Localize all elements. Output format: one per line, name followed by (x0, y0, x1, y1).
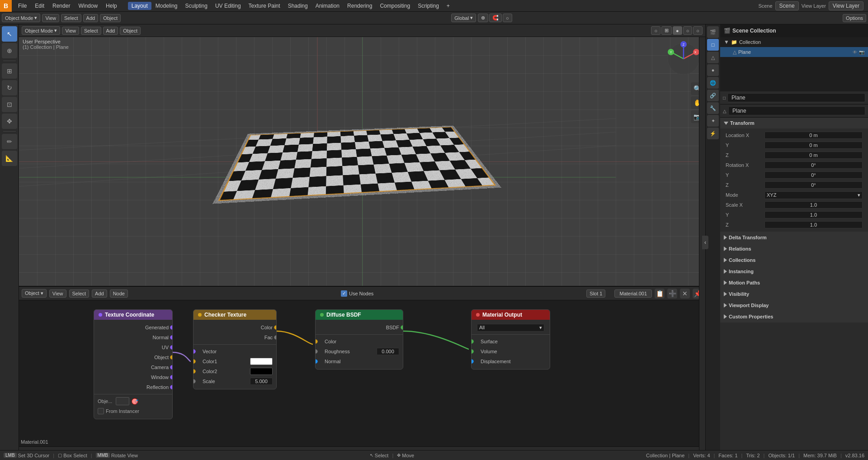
tab-sculpting[interactable]: Sculpting (182, 2, 211, 10)
menu-window[interactable]: Window (75, 2, 101, 10)
rotation-mode-dropdown[interactable]: XYZ ▾ (764, 191, 863, 199)
roughness-value[interactable]: 0.000 (377, 348, 399, 355)
props-tab-scene[interactable]: 🎬 (707, 26, 719, 38)
rotation-z-value[interactable]: 0° (764, 181, 863, 189)
socket-window[interactable] (170, 375, 173, 379)
viewport-object-btn[interactable]: Object (120, 27, 141, 35)
scene-selector[interactable]: Scene (775, 1, 799, 10)
eyedropper-icon[interactable]: 🎯 (131, 398, 138, 405)
viewport-add-btn[interactable]: Add (103, 27, 118, 35)
material-output-target[interactable]: All ▾ (477, 324, 544, 332)
outliner-row-plane[interactable]: △ Plane 👁 📷 (720, 47, 868, 57)
xray-btn[interactable]: ⊞ (661, 26, 672, 35)
use-nodes-toggle[interactable]: ✓ Use Nodes (341, 290, 373, 297)
socket-db-roughness[interactable] (315, 349, 318, 354)
instancing-header[interactable]: Instancing (720, 266, 868, 277)
scale-value[interactable]: 5.000 (250, 378, 273, 385)
viewport-nav-gizmo[interactable]: X Y Z (665, 41, 702, 77)
socket-ct-color-out[interactable] (274, 325, 277, 330)
3d-viewport[interactable]: User Perspective (1) Collection | Plane … (19, 37, 705, 286)
socket-db-bsdf-out[interactable] (401, 325, 403, 330)
props-tab-physics[interactable]: ⚡ (707, 128, 719, 139)
node-add-btn[interactable]: Add (92, 289, 107, 298)
transform-header[interactable]: Transform (720, 118, 868, 128)
material-new-btn[interactable]: ➕ (667, 289, 677, 299)
rotation-y-value[interactable]: 0° (764, 171, 863, 179)
socket-mo-displacement[interactable] (471, 359, 474, 364)
mesh-name-field[interactable] (728, 106, 865, 115)
props-tab-object[interactable]: □ (707, 39, 719, 51)
socket-reflection[interactable] (170, 385, 173, 389)
object-field[interactable] (116, 397, 129, 405)
transform-tool[interactable]: ✥ (2, 114, 17, 129)
material-delete-btn[interactable]: ✕ (680, 289, 690, 299)
node-node-btn[interactable]: Node (110, 289, 128, 298)
props-tab-material[interactable]: ● (707, 64, 719, 76)
viewport-select-btn[interactable]: Select (81, 27, 101, 35)
plane-eye-icon[interactable]: 👁 (853, 50, 857, 55)
tab-scripting[interactable]: Scripting (414, 2, 443, 10)
scale-y-value[interactable]: 1.0 (764, 211, 863, 218)
object-mode-dropdown[interactable]: Object Mode ▾ (2, 14, 40, 22)
socket-db-normal[interactable] (315, 359, 318, 364)
socket-uv[interactable] (170, 345, 173, 350)
annotate-tool[interactable]: ✏ (2, 134, 17, 149)
scale-x-value[interactable]: 1.0 (764, 201, 863, 209)
delta-transform-header[interactable]: Delta Transform (720, 232, 868, 243)
material-browse-btn[interactable]: 📋 (655, 289, 665, 299)
view-btn[interactable]: View (42, 14, 59, 22)
socket-db-color[interactable] (315, 339, 318, 344)
select-tool[interactable]: ↖ (2, 26, 17, 42)
collections-header[interactable]: Collections (720, 255, 868, 266)
props-tab-modifier[interactable]: 🔧 (707, 102, 719, 114)
socket-mo-surface[interactable] (471, 339, 474, 344)
add-btn-header[interactable]: Add (83, 14, 99, 22)
socket-normal[interactable] (170, 335, 173, 340)
transform-global[interactable]: Global ▾ (451, 14, 476, 22)
menu-file[interactable]: File (14, 2, 30, 10)
menu-render[interactable]: Render (49, 2, 74, 10)
cursor-tool[interactable]: ⊕ (2, 43, 17, 58)
select-btn-header[interactable]: Select (61, 14, 81, 22)
color2-preview[interactable] (250, 368, 273, 375)
socket-ct-fac-out[interactable] (274, 335, 277, 340)
shading-solid[interactable]: ● (673, 26, 682, 35)
overlay-btn[interactable]: ○ (651, 26, 660, 35)
color1-preview[interactable] (250, 358, 273, 365)
rotate-tool[interactable]: ↻ (2, 80, 17, 95)
tab-rendering[interactable]: Rendering (344, 2, 376, 10)
socket-generated[interactable] (170, 325, 173, 330)
node-select-btn[interactable]: Select (69, 289, 90, 298)
use-nodes-checkbox[interactable]: ✓ (341, 290, 347, 297)
from-instancer-checkbox[interactable] (98, 408, 104, 414)
object-btn-header[interactable]: Object (100, 14, 121, 22)
tab-layout[interactable]: Layout (128, 2, 151, 10)
outliner-row-collection[interactable]: ▼ 📁 Collection (720, 37, 868, 47)
node-canvas[interactable]: Texture Coordinate Generated Normal UV (19, 300, 705, 446)
location-x-value[interactable]: 0 m (764, 132, 863, 139)
measure-tool[interactable]: 📐 (2, 151, 17, 166)
props-tab-constraint[interactable]: 🔗 (707, 90, 719, 101)
socket-ct-color1[interactable] (193, 359, 196, 364)
shading-render[interactable]: ○ (693, 26, 703, 35)
menu-help[interactable]: Help (102, 2, 121, 10)
scale-tool[interactable]: ⊡ (2, 97, 17, 112)
props-tab-world[interactable]: 🌐 (707, 77, 719, 89)
viewport-mode-btn[interactable]: Object Mode ▾ (22, 26, 60, 35)
tab-modeling[interactable]: Modeling (152, 2, 181, 10)
collapse-right-panel[interactable]: ‹ (702, 236, 708, 249)
socket-ct-scale[interactable] (193, 379, 196, 384)
tab-uv-editing[interactable]: UV Editing (212, 2, 245, 10)
tab-compositing[interactable]: Compositing (376, 2, 414, 10)
socket-ct-color2[interactable] (193, 369, 196, 374)
proportional-icon[interactable]: ○ (503, 14, 512, 22)
menu-edit[interactable]: Edit (31, 2, 48, 10)
location-z-value[interactable]: 0 m (764, 152, 863, 159)
move-tool[interactable]: ⊞ (2, 63, 17, 79)
props-tab-particles[interactable]: ✦ (707, 115, 719, 127)
tab-shading[interactable]: Shading (284, 2, 311, 10)
node-mode-btn[interactable]: Object ▾ (22, 289, 47, 298)
viewport-view-btn[interactable]: View (62, 27, 79, 35)
shading-material[interactable]: ○ (683, 26, 693, 35)
tab-texture-paint[interactable]: Texture Paint (245, 2, 284, 10)
